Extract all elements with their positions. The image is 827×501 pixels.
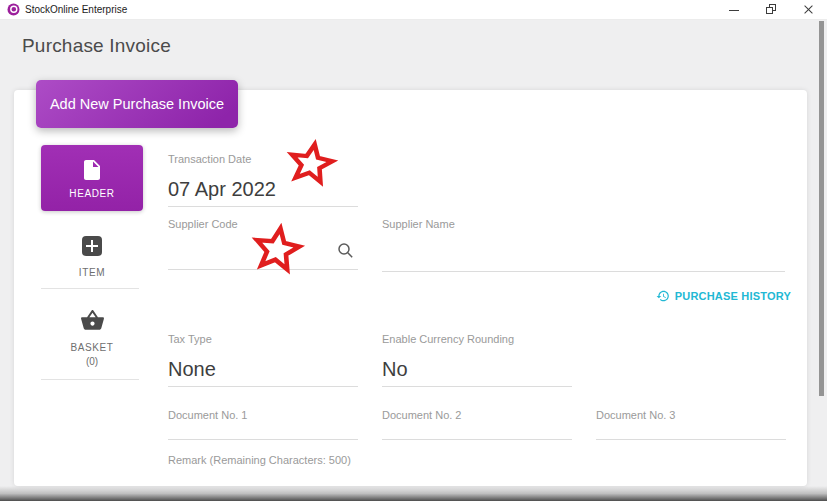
tax-type-value[interactable]: None: [168, 357, 358, 381]
document-no-1-field[interactable]: Document No. 1: [168, 409, 358, 440]
search-icon[interactable]: [337, 242, 354, 259]
supplier-name-label: Supplier Name: [382, 218, 785, 230]
supplier-code-field[interactable]: Supplier Code: [168, 218, 358, 270]
document-no-2-label: Document No. 2: [382, 409, 572, 421]
add-new-purchase-invoice-button[interactable]: Add New Purchase Invoice: [36, 80, 238, 128]
minimize-button[interactable]: [722, 0, 746, 20]
divider: [41, 379, 139, 380]
window-title: StockOnline Enterprise: [25, 0, 127, 20]
window-titlebar: StockOnline Enterprise: [0, 0, 827, 20]
transaction-date-field[interactable]: Transaction Date 07 Apr 2022: [168, 153, 358, 207]
bottom-shadow: [0, 486, 827, 501]
tab-item-label: ITEM: [79, 267, 105, 278]
document-no-3-field[interactable]: Document No. 3: [596, 409, 786, 440]
document-no-2-field[interactable]: Document No. 2: [382, 409, 572, 440]
supplier-code-label: Supplier Code: [168, 218, 358, 230]
currency-rounding-label: Enable Currency Rounding: [382, 333, 572, 345]
tab-header[interactable]: HEADER: [41, 145, 143, 211]
restore-button[interactable]: [759, 0, 783, 20]
currency-rounding-value[interactable]: No: [382, 357, 572, 381]
page-title: Purchase Invoice: [22, 35, 171, 57]
document-icon: [80, 158, 104, 182]
history-icon: [656, 289, 670, 303]
tab-header-label: HEADER: [69, 188, 114, 199]
tax-type-field[interactable]: Tax Type None: [168, 333, 358, 387]
document-no-1-label: Document No. 1: [168, 409, 358, 421]
document-no-3-label: Document No. 3: [596, 409, 786, 421]
supplier-name-field[interactable]: Supplier Name: [382, 218, 785, 272]
close-button[interactable]: [796, 0, 820, 20]
remark-field[interactable]: Remark (Remaining Characters: 500): [168, 454, 351, 466]
tab-basket-label: BASKET: [70, 342, 113, 353]
tab-basket-count: (0): [86, 356, 98, 367]
purchase-history-link[interactable]: PURCHASE HISTORY: [656, 289, 791, 303]
app-logo-icon: [7, 3, 20, 16]
tab-item[interactable]: ITEM: [41, 236, 143, 278]
transaction-date-value[interactable]: 07 Apr 2022: [168, 177, 358, 201]
purchase-history-label: PURCHASE HISTORY: [675, 290, 791, 302]
vertical-scrollbar[interactable]: [819, 21, 824, 396]
currency-rounding-field[interactable]: Enable Currency Rounding No: [382, 333, 572, 387]
plus-icon: [82, 236, 102, 256]
divider: [41, 288, 139, 289]
minimize-icon: [729, 10, 739, 11]
remark-label: Remark (Remaining Characters: 500): [168, 454, 351, 466]
basket-icon: [80, 310, 105, 333]
tax-type-label: Tax Type: [168, 333, 358, 345]
tab-basket[interactable]: BASKET (0): [41, 310, 143, 367]
transaction-date-label: Transaction Date: [168, 153, 358, 165]
